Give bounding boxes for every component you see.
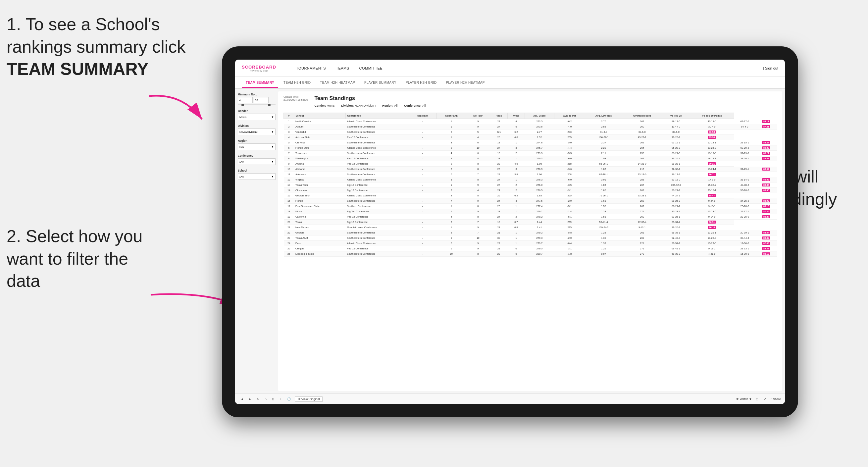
table-cell: 0.8 — [508, 225, 525, 230]
view-icon: 👁 — [298, 398, 301, 401]
table-cell: 277.5 — [525, 198, 554, 204]
table-cell: Ole Miss — [294, 140, 346, 146]
table-cell: 87.34 — [755, 209, 777, 214]
nav-teams[interactable]: TEAMS — [336, 66, 349, 70]
table-cell: Texas A&M — [294, 236, 346, 241]
region-filter-label: Region: All — [382, 104, 397, 107]
table-cell: 34-25-2 — [734, 198, 755, 204]
table-cell: Oklahoma — [294, 188, 346, 193]
standings-table: # School Conference Reg Rank Conf Rank N… — [283, 113, 777, 257]
sidebar-filters: Minimum Ro... Gender Men's ▼ — [235, 89, 278, 394]
table-cell: -3.5 — [554, 183, 585, 188]
tablet-screen: SCOREBOARD Powered by clippi TOURNAMENTS… — [235, 60, 785, 404]
slider-thumb-left[interactable] — [241, 104, 244, 106]
score-badge: 85.02 — [762, 199, 771, 203]
table-cell: 117-4-0 — [662, 124, 690, 129]
sub-nav-player-summary[interactable]: PLAYER SUMMARY — [360, 78, 400, 88]
sub-nav-player-h2h-grid[interactable]: PLAYER H2H GRID — [402, 78, 441, 88]
table-cell: Pac-12 Conference — [346, 214, 409, 220]
filter-school-input[interactable]: (All) ▼ — [238, 173, 276, 180]
table-cell: -5.0 — [554, 140, 585, 146]
toolbar-grid[interactable]: ⊞ — [271, 397, 276, 401]
table-cell: - — [409, 251, 436, 257]
table-cell: 4 — [508, 198, 525, 204]
table-cell: Arizona State — [294, 135, 346, 140]
table-cell: 10 — [436, 251, 466, 257]
table-cell: 1 — [436, 124, 466, 129]
table-cell: 1.98 — [525, 161, 554, 166]
share-btn[interactable]: ⤴ Share — [770, 398, 781, 401]
toolbar-back[interactable]: ◄ — [239, 397, 245, 401]
table-cell: 80-23-1 — [662, 209, 690, 214]
filter-min-rank-from[interactable] — [238, 97, 253, 103]
table-row: 9ArizonaPac-12 Conference-28234.61.98268… — [284, 161, 777, 166]
table-cell: 9 — [466, 225, 490, 230]
filter-region-input[interactable]: N/A ▼ — [238, 144, 276, 150]
table-cell: 8 — [466, 204, 490, 209]
score-badge: 83.27 — [762, 141, 771, 144]
table-row: 18IllinoisBig Ten Conference-19231279.1-… — [284, 209, 777, 214]
table-cell: Big 12 Conference — [346, 188, 409, 193]
table-cell: 279.5 — [525, 246, 554, 251]
toolbar-forward[interactable]: ► — [247, 397, 253, 401]
toolbar-reload[interactable]: ↻ — [256, 397, 261, 401]
table-cell: 90-51-2 — [662, 241, 690, 246]
table-cell: 2 — [436, 156, 466, 161]
filter-min-rank-to[interactable] — [254, 97, 269, 103]
sub-nav-team-h2h-grid[interactable]: TEAM H2H GRID — [280, 78, 315, 88]
toolbar-share-icon[interactable]: ⊡ — [754, 397, 760, 401]
col-rnds: Rnds — [490, 113, 507, 119]
table-row: 1North CarolinaAtlantic Coast Conference… — [284, 119, 777, 124]
table-cell: 269 — [554, 220, 585, 225]
filter-gender-input[interactable]: Men's ▼ — [238, 114, 276, 120]
table-cell: 8 — [466, 161, 490, 166]
sub-nav-player-h2h-heatmap[interactable]: PLAYER H2H HEATMAP — [442, 78, 489, 88]
table-cell: 7 — [466, 230, 490, 236]
toolbar-expand[interactable]: ⤢ — [762, 397, 768, 401]
slider-thumb-right[interactable] — [268, 104, 271, 106]
toolbar-home[interactable]: ⌂ — [264, 397, 268, 401]
watch-btn[interactable]: 👁 Watch ▼ — [736, 398, 752, 401]
table-cell: -2.9 — [554, 198, 585, 204]
table-cell: - — [409, 241, 436, 246]
view-original-btn[interactable]: 👁 View: Original — [295, 397, 323, 402]
filter-division-input[interactable]: NCAA Division I ▼ — [238, 128, 276, 135]
table-cell: 24 — [490, 198, 507, 204]
toolbar-clock[interactable]: 🕐 — [286, 397, 292, 401]
content-area: Update time: 27/03/2024 16:56:26 Team St… — [278, 91, 782, 391]
table-cell: 8 — [466, 251, 490, 257]
toolbar-plus[interactable]: + — [279, 397, 283, 401]
sign-out[interactable]: | Sign out — [763, 66, 778, 70]
table-cell: 39-23-1 — [662, 161, 690, 166]
chevron-down-icon-5: ▼ — [271, 175, 274, 178]
table-cell: 1.28 — [585, 230, 622, 236]
table-cell: 24 — [490, 214, 507, 220]
nav-committee[interactable]: COMMITTEE — [359, 66, 383, 70]
table-cell: 3 — [508, 166, 525, 172]
sub-nav-team-summary[interactable]: TEAM SUMMARY — [242, 78, 278, 88]
table-cell: 83.49 — [755, 156, 777, 161]
table-cell: Washington — [294, 156, 346, 161]
table-cell: 273.5 — [525, 119, 554, 124]
table-cell: 24 — [490, 225, 507, 230]
table-cell: 33-34-4 — [662, 220, 690, 225]
table-cell: 1 — [436, 183, 466, 188]
table-cell: Atlantic Coast Conference — [346, 241, 409, 246]
slider-track[interactable] — [238, 104, 276, 105]
table-cell: 24 — [490, 188, 507, 193]
table-cell: 276.0 — [525, 183, 554, 188]
table-cell: 27 — [490, 124, 507, 129]
table-cell: -2.0 — [554, 236, 585, 241]
nav-tournaments[interactable]: TOURNAMENTS — [296, 66, 326, 70]
annotation-2-text: 2. Select how you want to filter the dat… — [7, 226, 143, 290]
content-title: Team Standings — [314, 95, 426, 101]
filter-conference-input[interactable]: (All) ▼ — [238, 158, 276, 165]
table-cell: - — [409, 140, 436, 146]
table-cell: 1 — [508, 204, 525, 209]
table-cell: 2.20 — [585, 146, 622, 151]
table-cell: - — [409, 119, 436, 124]
table-cell: 25 — [284, 246, 294, 251]
sub-nav-team-h2h-heatmap[interactable]: TEAM H2H HEATMAP — [316, 78, 359, 88]
main-content: Minimum Ro... Gender Men's ▼ — [235, 89, 785, 394]
table-cell: 23 — [490, 172, 507, 177]
